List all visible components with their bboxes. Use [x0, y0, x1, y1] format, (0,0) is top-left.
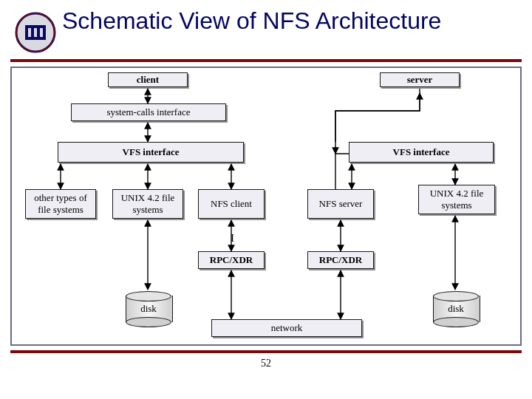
slide-header: Schematic View of NFS Architecture [0, 0, 532, 53]
box-unix-server: UNIX 4.2 file systems [418, 185, 495, 214]
box-nfs-client: NFS client [198, 189, 265, 219]
slide: Schematic View of NFS Architecture clien… [0, 0, 532, 399]
box-nfs-server: NFS server [307, 189, 374, 219]
box-system-calls: system-calls interface [71, 103, 226, 121]
svg-rect-3 [28, 28, 31, 37]
diagram-container: client server system-calls interface VFS… [0, 62, 532, 350]
box-other-fs: other types of file systems [25, 189, 96, 219]
box-unix-client: UNIX 4.2 file systems [112, 189, 183, 219]
footer-rule [10, 350, 522, 353]
box-vfs-server: VFS interface [349, 142, 494, 163]
disk-client-icon: disk [126, 291, 171, 328]
svg-rect-4 [34, 28, 37, 37]
disk-server-icon: disk [433, 291, 479, 328]
header-client: client [108, 72, 188, 87]
box-rpc-server: RPC/XDR [307, 251, 374, 269]
header-server: server [380, 72, 460, 87]
disk-client-label: disk [126, 303, 171, 315]
svg-rect-5 [40, 28, 43, 37]
slide-title: Schematic View of NFS Architecture [62, 7, 441, 34]
nfs-diagram: client server system-calls interface VFS… [10, 66, 522, 346]
box-rpc-client: RPC/XDR [198, 251, 265, 269]
university-logo-icon [15, 12, 56, 53]
disk-server-label: disk [433, 303, 479, 315]
text-cursor-icon: I [231, 232, 234, 245]
page-number: 52 [0, 358, 532, 369]
box-vfs-client: VFS interface [58, 142, 244, 163]
box-network: network [211, 319, 362, 337]
